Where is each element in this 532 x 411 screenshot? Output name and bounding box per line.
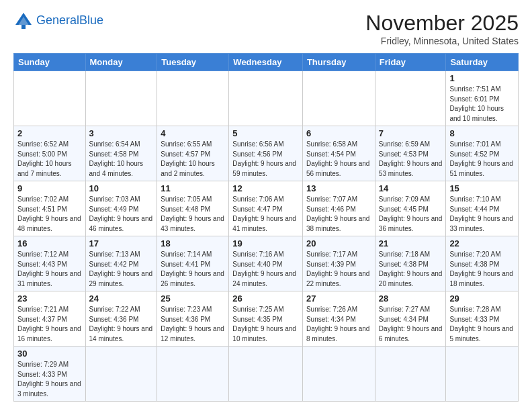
day-cell: 16Sunrise: 7:12 AM Sunset: 4:43 PM Dayli… [14,236,86,291]
day-cell [229,71,303,126]
day-cell: 3Sunrise: 6:54 AM Sunset: 4:58 PM Daylig… [85,126,157,181]
svg-rect-2 [21,25,26,29]
day-number: 6 [306,128,371,138]
logo-text: GeneralBlue [36,14,103,28]
day-info: Sunrise: 7:25 AM Sunset: 4:35 PM Dayligh… [232,305,299,344]
day-info: Sunrise: 7:06 AM Sunset: 4:47 PM Dayligh… [232,195,299,234]
weekday-header-saturday: Saturday [446,54,519,71]
day-number: 22 [449,238,515,248]
day-number: 29 [449,293,515,304]
day-number: 7 [379,128,443,138]
logo-icon [13,11,34,31]
day-cell [229,347,303,402]
day-cell: 28Sunrise: 7:27 AM Sunset: 4:34 PM Dayli… [375,291,446,347]
day-info: Sunrise: 7:07 AM Sunset: 4:46 PM Dayligh… [306,195,371,234]
logo-blue: Blue [79,13,103,27]
day-cell [375,347,446,402]
day-number: 8 [449,128,515,138]
week-row-4: 16Sunrise: 7:12 AM Sunset: 4:43 PM Dayli… [14,236,519,291]
day-info: Sunrise: 7:09 AM Sunset: 4:45 PM Dayligh… [379,195,443,234]
header: GeneralBlue November 2025 Fridley, Minne… [13,11,519,46]
day-info: Sunrise: 7:23 AM Sunset: 4:36 PM Dayligh… [161,305,225,344]
day-cell: 23Sunrise: 7:21 AM Sunset: 4:37 PM Dayli… [14,291,86,347]
day-cell: 18Sunrise: 7:14 AM Sunset: 4:41 PM Dayli… [157,236,229,291]
day-info: Sunrise: 7:21 AM Sunset: 4:37 PM Dayligh… [17,305,82,344]
day-cell: 12Sunrise: 7:06 AM Sunset: 4:47 PM Dayli… [229,181,303,236]
day-number: 11 [161,183,225,193]
day-cell: 2Sunrise: 6:52 AM Sunset: 5:00 PM Daylig… [14,126,86,181]
day-number: 9 [17,183,82,193]
day-cell [157,71,229,126]
day-cell: 11Sunrise: 7:05 AM Sunset: 4:48 PM Dayli… [157,181,229,236]
day-info: Sunrise: 7:51 AM Sunset: 6:01 PM Dayligh… [449,85,515,124]
day-number: 23 [17,293,82,304]
day-cell: 27Sunrise: 7:26 AM Sunset: 4:34 PM Dayli… [302,291,375,347]
calendar: SundayMondayTuesdayWednesdayThursdayFrid… [13,53,519,402]
day-number: 26 [232,293,299,304]
day-cell: 4Sunrise: 6:55 AM Sunset: 4:57 PM Daylig… [157,126,229,181]
title-block: November 2025 Fridley, Minnesota, United… [365,11,519,46]
day-number: 2 [17,128,82,138]
day-info: Sunrise: 7:22 AM Sunset: 4:36 PM Dayligh… [89,305,154,344]
day-cell [157,347,229,402]
day-cell: 25Sunrise: 7:23 AM Sunset: 4:36 PM Dayli… [157,291,229,347]
day-number: 18 [161,238,225,248]
day-number: 27 [306,293,371,304]
month-title: November 2025 [365,11,519,36]
day-info: Sunrise: 7:05 AM Sunset: 4:48 PM Dayligh… [161,195,225,234]
day-cell: 26Sunrise: 7:25 AM Sunset: 4:35 PM Dayli… [229,291,303,347]
day-info: Sunrise: 7:26 AM Sunset: 4:34 PM Dayligh… [306,305,371,344]
day-info: Sunrise: 7:28 AM Sunset: 4:33 PM Dayligh… [449,305,515,344]
day-number: 17 [89,238,154,248]
day-cell: 29Sunrise: 7:28 AM Sunset: 4:33 PM Dayli… [446,291,519,347]
day-cell: 22Sunrise: 7:20 AM Sunset: 4:38 PM Dayli… [446,236,519,291]
day-info: Sunrise: 6:52 AM Sunset: 5:00 PM Dayligh… [17,140,82,179]
day-cell: 24Sunrise: 7:22 AM Sunset: 4:36 PM Dayli… [85,291,157,347]
day-cell: 17Sunrise: 7:13 AM Sunset: 4:42 PM Dayli… [85,236,157,291]
day-info: Sunrise: 7:01 AM Sunset: 4:52 PM Dayligh… [449,140,515,179]
day-number: 24 [89,293,154,304]
day-number: 14 [379,183,443,193]
day-cell: 19Sunrise: 7:16 AM Sunset: 4:40 PM Dayli… [229,236,303,291]
week-row-6: 30Sunrise: 7:29 AM Sunset: 4:33 PM Dayli… [14,347,519,402]
weekday-header-monday: Monday [85,54,157,71]
day-info: Sunrise: 7:12 AM Sunset: 4:43 PM Dayligh… [17,250,82,289]
day-info: Sunrise: 7:20 AM Sunset: 4:38 PM Dayligh… [449,250,515,289]
weekday-header-thursday: Thursday [302,54,375,71]
day-info: Sunrise: 6:58 AM Sunset: 4:54 PM Dayligh… [306,140,371,179]
day-cell: 14Sunrise: 7:09 AM Sunset: 4:45 PM Dayli… [375,181,446,236]
day-info: Sunrise: 6:54 AM Sunset: 4:58 PM Dayligh… [89,140,154,179]
week-row-5: 23Sunrise: 7:21 AM Sunset: 4:37 PM Dayli… [14,291,519,347]
day-cell: 6Sunrise: 6:58 AM Sunset: 4:54 PM Daylig… [302,126,375,181]
weekday-header-wednesday: Wednesday [229,54,303,71]
weekday-header-sunday: Sunday [14,54,86,71]
day-cell [85,347,157,402]
weekday-header-friday: Friday [375,54,446,71]
day-number: 5 [232,128,299,138]
day-info: Sunrise: 7:27 AM Sunset: 4:34 PM Dayligh… [379,305,443,344]
page: GeneralBlue November 2025 Fridley, Minne… [0,0,532,411]
day-info: Sunrise: 7:14 AM Sunset: 4:41 PM Dayligh… [161,250,225,289]
day-number: 12 [232,183,299,193]
week-row-1: 1Sunrise: 7:51 AM Sunset: 6:01 PM Daylig… [14,71,519,126]
weekday-header-row: SundayMondayTuesdayWednesdayThursdayFrid… [14,54,519,71]
day-cell: 15Sunrise: 7:10 AM Sunset: 4:44 PM Dayli… [446,181,519,236]
weekday-header-tuesday: Tuesday [157,54,229,71]
day-number: 16 [17,238,82,248]
day-number: 25 [161,293,225,304]
day-number: 19 [232,238,299,248]
logo: GeneralBlue [13,11,103,31]
day-info: Sunrise: 7:10 AM Sunset: 4:44 PM Dayligh… [449,195,515,234]
day-number: 15 [449,183,515,193]
day-number: 4 [161,128,225,138]
day-cell [446,347,519,402]
day-info: Sunrise: 6:59 AM Sunset: 4:53 PM Dayligh… [379,140,443,179]
day-cell: 5Sunrise: 6:56 AM Sunset: 4:56 PM Daylig… [229,126,303,181]
day-cell: 13Sunrise: 7:07 AM Sunset: 4:46 PM Dayli… [302,181,375,236]
day-cell: 7Sunrise: 6:59 AM Sunset: 4:53 PM Daylig… [375,126,446,181]
day-info: Sunrise: 7:03 AM Sunset: 4:49 PM Dayligh… [89,195,154,234]
day-cell: 9Sunrise: 7:02 AM Sunset: 4:51 PM Daylig… [14,181,86,236]
day-info: Sunrise: 7:16 AM Sunset: 4:40 PM Dayligh… [232,250,299,289]
day-number: 1 [449,73,515,83]
day-info: Sunrise: 7:18 AM Sunset: 4:38 PM Dayligh… [379,250,443,289]
